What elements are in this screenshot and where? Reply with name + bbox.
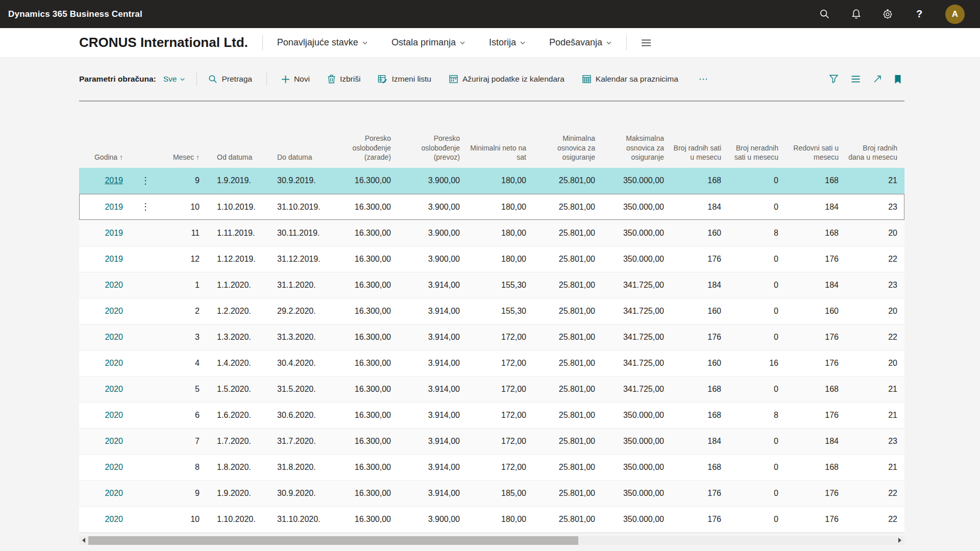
table-cell[interactable]: 2020 (79, 402, 130, 428)
table-row[interactable]: 202031.3.2020.31.3.2020.16.300,003.914,0… (79, 324, 904, 350)
table-cell[interactable]: 0 (728, 298, 786, 324)
table-cell[interactable]: 184 (786, 272, 846, 298)
table-cell[interactable]: 172,00 (467, 324, 533, 350)
table-cell[interactable]: 29.2.2020. (267, 298, 334, 324)
table-cell[interactable]: 172,00 (467, 376, 533, 402)
table-cell[interactable]: 30.9.2020. (267, 480, 334, 506)
table-cell[interactable]: 3.914,00 (398, 480, 467, 506)
avatar[interactable]: A (945, 5, 965, 24)
table-cell[interactable]: 168 (786, 376, 846, 402)
table-cell[interactable]: 1.2.2020. (207, 298, 267, 324)
table-cell[interactable]: 25.801,00 (533, 506, 602, 532)
table-cell[interactable]: 16.300,00 (334, 194, 398, 220)
table-row[interactable]: 2019121.12.2019.31.12.2019.16.300,003.90… (79, 246, 904, 272)
table-cell[interactable]: 160 (671, 350, 728, 376)
table-cell[interactable]: 2020 (79, 506, 130, 532)
table-cell[interactable]: 1.9.2020. (207, 480, 267, 506)
table-cell[interactable]: 8 (728, 220, 786, 246)
table-cell[interactable]: 180,00 (467, 194, 533, 220)
table-cell[interactable]: 160 (671, 298, 728, 324)
table-cell[interactable]: 2019 (79, 220, 130, 246)
table-cell[interactable]: 1.4.2020. (207, 350, 267, 376)
table-cell[interactable]: 20 (846, 298, 904, 324)
table-cell[interactable]: 0 (728, 168, 786, 194)
table-cell[interactable]: 31.10.2019. (267, 194, 334, 220)
column-header[interactable]: Od datuma (207, 102, 267, 168)
table-cell[interactable]: 1.7.2020. (207, 428, 267, 454)
column-header[interactable]: Poresko oslobođenje (zarade) (334, 102, 398, 168)
table-cell[interactable]: 0 (728, 428, 786, 454)
table-cell[interactable]: 31.3.2020. (267, 324, 334, 350)
table-cell[interactable]: 25.801,00 (533, 298, 602, 324)
table-cell[interactable]: 16.300,00 (334, 506, 398, 532)
settings-gear-icon[interactable] (882, 9, 893, 20)
table-cell[interactable]: 25.801,00 (533, 428, 602, 454)
table-cell[interactable]: 184 (671, 194, 728, 220)
horizontal-scrollbar[interactable] (79, 536, 904, 545)
notifications-icon[interactable] (850, 9, 862, 20)
table-cell[interactable]: 2 (161, 298, 207, 324)
column-header[interactable]: Poresko oslobođenje (prevoz) (398, 102, 467, 168)
table-cell[interactable]: 0 (728, 376, 786, 402)
table-cell[interactable]: 16.300,00 (334, 220, 398, 246)
table-cell[interactable]: 3.900,00 (398, 246, 467, 272)
table-cell[interactable]: 185,00 (467, 480, 533, 506)
table-row[interactable]: 202081.8.2020.31.8.2020.16.300,003.914,0… (79, 454, 904, 480)
table-cell[interactable]: 1.5.2020. (207, 376, 267, 402)
year-link[interactable]: 2019 (105, 176, 123, 185)
year-link[interactable]: 2019 (105, 229, 123, 237)
table-cell[interactable]: 6 (161, 402, 207, 428)
table-cell[interactable]: 21 (846, 402, 904, 428)
table-cell[interactable]: 9 (161, 168, 207, 194)
table-cell[interactable]: 176 (671, 506, 728, 532)
year-link[interactable]: 2020 (105, 411, 123, 419)
table-cell[interactable]: 23 (846, 272, 904, 298)
table-cell[interactable]: 350.000,00 (602, 402, 671, 428)
table-cell[interactable]: 3.914,00 (398, 428, 467, 454)
table-cell[interactable]: 2020 (79, 480, 130, 506)
table-cell[interactable]: 0 (728, 324, 786, 350)
filter-icon[interactable] (829, 74, 839, 84)
table-cell[interactable]: 155,30 (467, 298, 533, 324)
table-cell[interactable]: 2020 (79, 454, 130, 480)
year-link[interactable]: 2020 (105, 437, 123, 445)
table-cell[interactable]: 30.11.2019. (267, 220, 334, 246)
table-cell[interactable]: 25.801,00 (533, 480, 602, 506)
table-cell[interactable]: 341.725,00 (602, 376, 671, 402)
table-cell[interactable]: 22 (846, 480, 904, 506)
table-cell[interactable]: 350.000,00 (602, 428, 671, 454)
table-cell[interactable]: 22 (846, 246, 904, 272)
table-cell[interactable]: 31.1.2020. (267, 272, 334, 298)
table-cell[interactable]: 184 (786, 194, 846, 220)
table-cell[interactable]: 3.914,00 (398, 376, 467, 402)
year-link[interactable]: 2019 (105, 203, 123, 211)
table-cell[interactable]: 3.900,00 (398, 506, 467, 532)
table-cell[interactable]: 350.000,00 (602, 454, 671, 480)
table-cell[interactable]: 350.000,00 (602, 246, 671, 272)
table-cell[interactable]: 31.10.2020. (267, 506, 334, 532)
table-cell[interactable]: 160 (786, 298, 846, 324)
table-row[interactable]: 202011.1.2020.31.1.2020.16.300,003.914,0… (79, 272, 904, 298)
table-cell[interactable]: 180,00 (467, 246, 533, 272)
table-cell[interactable]: 2020 (79, 272, 130, 298)
table-row[interactable]: 2019111.11.2019.30.11.2019.16.300,003.90… (79, 220, 904, 246)
column-header[interactable]: Broj radnih sati u mesecu (671, 102, 728, 168)
edit-list-button[interactable]: Izmeni listu (378, 74, 431, 84)
table-cell[interactable]: 168 (786, 454, 846, 480)
table-cell[interactable]: 176 (671, 246, 728, 272)
table-cell[interactable]: 176 (786, 402, 846, 428)
table-cell[interactable]: 160 (671, 220, 728, 246)
hamburger-menu-icon[interactable] (641, 39, 651, 47)
table-cell[interactable]: 350.000,00 (602, 220, 671, 246)
table-cell[interactable]: 23 (846, 428, 904, 454)
search-icon[interactable] (819, 9, 830, 20)
table-cell[interactable]: 25.801,00 (533, 350, 602, 376)
choose-view-icon[interactable] (851, 75, 861, 83)
table-row[interactable]: 2020101.10.2020.31.10.2020.16.300,003.90… (79, 506, 904, 532)
year-link[interactable]: 2020 (105, 385, 123, 393)
table-cell[interactable]: 172,00 (467, 402, 533, 428)
table-row[interactable]: 2019⋮101.10.2019.31.10.2019.16.300,003.9… (79, 194, 904, 220)
table-cell[interactable]: 3.914,00 (398, 350, 467, 376)
table-cell[interactable]: 3.900,00 (398, 168, 467, 194)
table-cell[interactable]: 1.1.2020. (207, 272, 267, 298)
